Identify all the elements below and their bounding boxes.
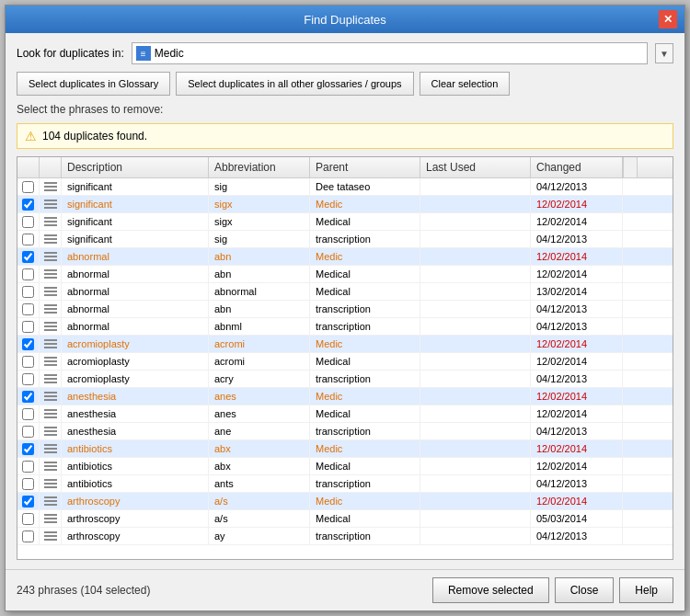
row-abbreviation: ants — [209, 475, 310, 492]
row-changed: 12/02/2014 — [531, 213, 623, 230]
row-parent: transcription — [310, 423, 420, 439]
table-row: abnormal abn Medic 12/02/2014 — [17, 248, 673, 266]
table-row: anesthesia anes Medic 12/02/2014 — [17, 388, 673, 405]
look-for-dropdown[interactable]: ▼ — [655, 43, 673, 63]
row-changed: 12/02/2014 — [531, 196, 623, 212]
row-checkbox-cell[interactable] — [17, 388, 40, 405]
row-changed: 12/02/2014 — [531, 388, 623, 405]
row-checkbox-cell[interactable] — [17, 353, 40, 370]
row-checkbox[interactable] — [22, 286, 34, 298]
scrollbar-header — [623, 157, 638, 177]
row-abbreviation: ay — [209, 528, 310, 544]
row-checkbox-cell[interactable] — [17, 196, 40, 212]
row-icon-cell — [40, 423, 62, 439]
row-checkbox[interactable] — [22, 251, 34, 263]
row-checkbox[interactable] — [22, 268, 34, 280]
row-changed: 04/12/2013 — [531, 475, 623, 492]
row-checkbox-cell[interactable] — [17, 231, 40, 247]
row-checkbox-cell[interactable] — [17, 440, 40, 457]
row-checkbox-cell[interactable] — [17, 301, 40, 317]
row-checkbox[interactable] — [22, 391, 34, 403]
row-description: abnormal — [62, 248, 209, 265]
row-description: acromioplasty — [62, 371, 209, 387]
row-checkbox-cell[interactable] — [17, 405, 40, 422]
row-changed: 04/12/2013 — [531, 528, 623, 544]
row-type-icon — [44, 372, 57, 385]
row-parent: Medic — [310, 493, 420, 509]
row-checkbox[interactable] — [22, 478, 34, 490]
row-checkbox-cell[interactable] — [17, 266, 40, 282]
close-window-button[interactable]: ✕ — [659, 10, 677, 29]
row-type-icon — [44, 355, 57, 368]
row-changed: 04/12/2013 — [531, 231, 623, 247]
row-type-icon — [44, 215, 57, 228]
row-abbreviation: abx — [209, 458, 310, 474]
row-description: abnormal — [62, 318, 209, 335]
row-changed: 04/12/2013 — [531, 178, 623, 195]
row-checkbox[interactable] — [22, 513, 34, 525]
row-checkbox[interactable] — [22, 321, 34, 333]
row-description: antibiotics — [62, 475, 209, 492]
look-for-row: Look for duplicates in: ≡ Medic ▼ — [17, 42, 673, 64]
row-checkbox[interactable] — [22, 408, 34, 420]
row-type-icon — [44, 390, 57, 403]
row-checkbox-cell[interactable] — [17, 371, 40, 387]
row-checkbox-cell[interactable] — [17, 475, 40, 492]
select-glossary-button[interactable]: Select duplicates in Glossary — [17, 72, 170, 96]
row-description: abnormal — [62, 283, 209, 300]
table-row: significant sigx Medical 12/02/2014 — [17, 213, 673, 231]
row-checkbox-cell[interactable] — [17, 318, 40, 335]
row-checkbox[interactable] — [22, 356, 34, 368]
row-icon-cell — [40, 178, 62, 195]
row-checkbox[interactable] — [22, 216, 34, 228]
row-checkbox[interactable] — [22, 199, 34, 211]
row-checkbox-cell[interactable] — [17, 178, 40, 195]
col-check — [17, 157, 40, 177]
row-checkbox[interactable] — [22, 443, 34, 455]
remove-selected-button[interactable]: Remove selected — [432, 577, 549, 603]
row-checkbox-cell[interactable] — [17, 336, 40, 352]
table-body: significant sig Dee tataseo 04/12/2013 s… — [17, 178, 673, 559]
row-type-icon — [44, 425, 57, 438]
row-changed: 12/02/2014 — [531, 336, 623, 352]
row-checkbox[interactable] — [22, 181, 34, 193]
look-for-label: Look for duplicates in: — [17, 47, 124, 60]
row-checkbox[interactable] — [22, 338, 34, 350]
row-checkbox[interactable] — [22, 234, 34, 245]
row-abbreviation: a/s — [209, 510, 310, 527]
row-description: antibiotics — [62, 440, 209, 457]
row-checkbox[interactable] — [22, 461, 34, 473]
table-row: significant sig transcription 04/12/2013 — [17, 231, 673, 248]
row-description: anesthesia — [62, 405, 209, 422]
row-type-icon — [44, 320, 57, 333]
table-row: abnormal abn Medical 12/02/2014 — [17, 266, 673, 283]
row-checkbox[interactable] — [22, 303, 34, 315]
row-checkbox[interactable] — [22, 530, 34, 542]
row-type-icon — [44, 495, 57, 508]
select-all-button[interactable]: Select duplicates in all other glossarie… — [176, 72, 413, 96]
close-button[interactable]: Close — [555, 577, 615, 603]
row-abbreviation: abnormal — [209, 283, 310, 300]
row-description: abnormal — [62, 266, 209, 282]
row-checkbox-cell[interactable] — [17, 493, 40, 509]
row-checkbox[interactable] — [22, 496, 34, 508]
row-checkbox-cell[interactable] — [17, 458, 40, 474]
row-checkbox-cell[interactable] — [17, 213, 40, 230]
row-abbreviation: abn — [209, 248, 310, 265]
row-checkbox[interactable] — [22, 373, 34, 385]
row-checkbox-cell[interactable] — [17, 510, 40, 527]
help-button[interactable]: Help — [619, 577, 673, 603]
table-row: arthroscopy a/s Medic 12/02/2014 — [17, 493, 673, 510]
row-last-used — [420, 248, 531, 265]
bottom-bar: 243 phrases (104 selected) Remove select… — [6, 569, 684, 610]
row-abbreviation: sig — [209, 178, 310, 195]
row-checkbox-cell[interactable] — [17, 528, 40, 544]
clear-selection-button[interactable]: Clear selection — [420, 72, 511, 96]
row-parent: Medical — [310, 405, 420, 422]
row-checkbox-cell[interactable] — [17, 423, 40, 439]
row-checkbox-cell[interactable] — [17, 283, 40, 300]
row-checkbox[interactable] — [22, 426, 34, 438]
row-checkbox-cell[interactable] — [17, 248, 40, 265]
row-description: significant — [62, 231, 209, 247]
row-abbreviation: acry — [209, 371, 310, 387]
